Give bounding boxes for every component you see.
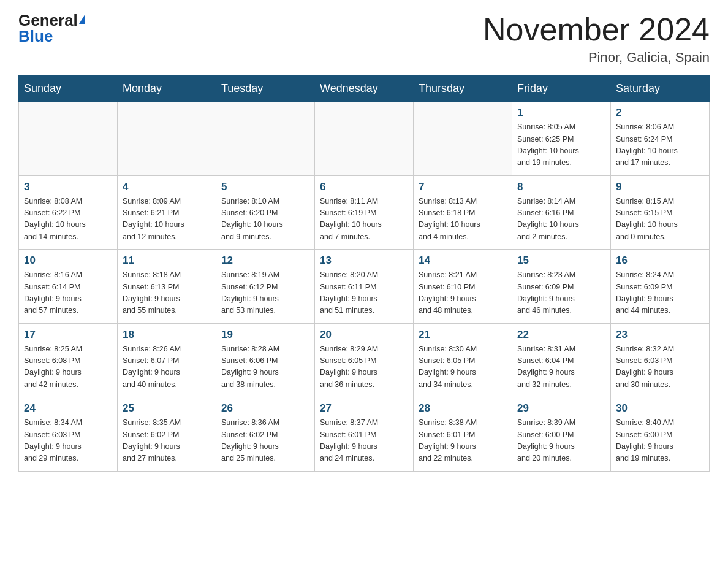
day-number: 1: [517, 107, 605, 119]
logo-triangle-icon: [79, 14, 85, 24]
day-number: 26: [221, 402, 309, 415]
calendar-cell: 17Sunrise: 8:25 AM Sunset: 6:08 PM Dayli…: [19, 323, 118, 397]
day-number: 19: [221, 329, 309, 341]
calendar-cell: 5Sunrise: 8:10 AM Sunset: 6:20 PM Daylig…: [216, 175, 315, 250]
calendar-cell: 30Sunrise: 8:40 AM Sunset: 6:00 PM Dayli…: [611, 397, 710, 472]
weekday-header-thursday: Thursday: [414, 76, 512, 102]
day-info: Sunrise: 8:28 AM Sunset: 6:06 PM Dayligh…: [221, 343, 309, 391]
calendar-cell: 22Sunrise: 8:31 AM Sunset: 6:04 PM Dayli…: [512, 323, 611, 397]
day-info: Sunrise: 8:19 AM Sunset: 6:12 PM Dayligh…: [221, 269, 309, 317]
calendar-cell: 4Sunrise: 8:09 AM Sunset: 6:21 PM Daylig…: [118, 175, 216, 250]
calendar-title: November 2024: [483, 12, 710, 47]
calendar-cell: [118, 102, 216, 176]
calendar-cell: 2Sunrise: 8:06 AM Sunset: 6:24 PM Daylig…: [611, 102, 710, 176]
calendar-cell: 14Sunrise: 8:21 AM Sunset: 6:10 PM Dayli…: [414, 250, 512, 324]
day-info: Sunrise: 8:06 AM Sunset: 6:24 PM Dayligh…: [616, 121, 704, 169]
calendar-cell: 1Sunrise: 8:05 AM Sunset: 6:25 PM Daylig…: [512, 102, 611, 176]
day-number: 8: [517, 181, 605, 193]
day-info: Sunrise: 8:32 AM Sunset: 6:03 PM Dayligh…: [616, 343, 704, 391]
day-number: 18: [123, 329, 211, 341]
day-number: 7: [419, 181, 507, 193]
day-number: 25: [123, 402, 211, 415]
day-info: Sunrise: 8:35 AM Sunset: 6:02 PM Dayligh…: [123, 417, 211, 465]
calendar-cell: 20Sunrise: 8:29 AM Sunset: 6:05 PM Dayli…: [315, 323, 414, 397]
day-number: 14: [419, 255, 507, 267]
calendar-cell: 19Sunrise: 8:28 AM Sunset: 6:06 PM Dayli…: [216, 323, 315, 397]
calendar-cell: 24Sunrise: 8:34 AM Sunset: 6:03 PM Dayli…: [19, 397, 118, 472]
day-info: Sunrise: 8:09 AM Sunset: 6:21 PM Dayligh…: [123, 196, 211, 243]
calendar-cell: 12Sunrise: 8:19 AM Sunset: 6:12 PM Dayli…: [216, 250, 315, 324]
day-info: Sunrise: 8:23 AM Sunset: 6:09 PM Dayligh…: [517, 269, 605, 317]
day-info: Sunrise: 8:13 AM Sunset: 6:18 PM Dayligh…: [419, 196, 507, 243]
calendar-cell: 6Sunrise: 8:11 AM Sunset: 6:19 PM Daylig…: [315, 175, 414, 250]
day-number: 28: [419, 402, 507, 415]
day-number: 17: [24, 329, 112, 341]
weekday-header-tuesday: Tuesday: [216, 76, 315, 102]
day-info: Sunrise: 8:39 AM Sunset: 6:00 PM Dayligh…: [517, 417, 605, 465]
day-info: Sunrise: 8:40 AM Sunset: 6:00 PM Dayligh…: [616, 417, 704, 465]
calendar-cell: 25Sunrise: 8:35 AM Sunset: 6:02 PM Dayli…: [118, 397, 216, 472]
weekday-header-sunday: Sunday: [19, 76, 118, 102]
day-number: 15: [517, 255, 605, 267]
day-info: Sunrise: 8:14 AM Sunset: 6:16 PM Dayligh…: [517, 196, 605, 243]
calendar-cell: [216, 102, 315, 176]
day-info: Sunrise: 8:20 AM Sunset: 6:11 PM Dayligh…: [320, 269, 408, 317]
day-number: 30: [616, 402, 704, 415]
day-info: Sunrise: 8:37 AM Sunset: 6:01 PM Dayligh…: [320, 417, 408, 465]
calendar-cell: 18Sunrise: 8:26 AM Sunset: 6:07 PM Dayli…: [118, 323, 216, 397]
day-info: Sunrise: 8:30 AM Sunset: 6:05 PM Dayligh…: [419, 343, 507, 391]
calendar-cell: 9Sunrise: 8:15 AM Sunset: 6:15 PM Daylig…: [611, 175, 710, 250]
calendar-cell: 26Sunrise: 8:36 AM Sunset: 6:02 PM Dayli…: [216, 397, 315, 472]
day-info: Sunrise: 8:24 AM Sunset: 6:09 PM Dayligh…: [616, 269, 704, 317]
day-info: Sunrise: 8:05 AM Sunset: 6:25 PM Dayligh…: [517, 121, 605, 169]
calendar-cell: 27Sunrise: 8:37 AM Sunset: 6:01 PM Dayli…: [315, 397, 414, 472]
day-info: Sunrise: 8:29 AM Sunset: 6:05 PM Dayligh…: [320, 343, 408, 391]
calendar-cell: 10Sunrise: 8:16 AM Sunset: 6:14 PM Dayli…: [19, 250, 118, 324]
page-header: General Blue November 2024 Pinor, Galici…: [18, 12, 710, 66]
day-number: 22: [517, 329, 605, 341]
calendar-cell: 3Sunrise: 8:08 AM Sunset: 6:22 PM Daylig…: [19, 175, 118, 250]
calendar-cell: 8Sunrise: 8:14 AM Sunset: 6:16 PM Daylig…: [512, 175, 611, 250]
calendar-cell: 16Sunrise: 8:24 AM Sunset: 6:09 PM Dayli…: [611, 250, 710, 324]
day-number: 16: [616, 255, 704, 267]
calendar-cell: 15Sunrise: 8:23 AM Sunset: 6:09 PM Dayli…: [512, 250, 611, 324]
calendar-cell: [19, 102, 118, 176]
day-number: 2: [616, 107, 704, 119]
day-number: 27: [320, 402, 408, 415]
logo: General Blue: [18, 12, 85, 44]
day-number: 21: [419, 329, 507, 341]
day-info: Sunrise: 8:10 AM Sunset: 6:20 PM Dayligh…: [221, 196, 309, 243]
day-number: 13: [320, 255, 408, 267]
day-number: 24: [24, 402, 112, 415]
day-info: Sunrise: 8:21 AM Sunset: 6:10 PM Dayligh…: [419, 269, 507, 317]
day-number: 4: [123, 181, 211, 193]
weekday-header-monday: Monday: [118, 76, 216, 102]
day-number: 23: [616, 329, 704, 341]
calendar-cell: 7Sunrise: 8:13 AM Sunset: 6:18 PM Daylig…: [414, 175, 512, 250]
day-number: 29: [517, 402, 605, 415]
day-info: Sunrise: 8:15 AM Sunset: 6:15 PM Dayligh…: [616, 196, 704, 243]
day-info: Sunrise: 8:36 AM Sunset: 6:02 PM Dayligh…: [221, 417, 309, 465]
day-info: Sunrise: 8:26 AM Sunset: 6:07 PM Dayligh…: [123, 343, 211, 391]
logo-general-text: General: [18, 12, 78, 28]
calendar-cell: 21Sunrise: 8:30 AM Sunset: 6:05 PM Dayli…: [414, 323, 512, 397]
calendar-cell: [414, 102, 512, 176]
day-info: Sunrise: 8:38 AM Sunset: 6:01 PM Dayligh…: [419, 417, 507, 465]
calendar-subtitle: Pinor, Galicia, Spain: [483, 50, 710, 66]
day-info: Sunrise: 8:25 AM Sunset: 6:08 PM Dayligh…: [24, 343, 112, 391]
day-info: Sunrise: 8:16 AM Sunset: 6:14 PM Dayligh…: [24, 269, 112, 317]
calendar-cell: 11Sunrise: 8:18 AM Sunset: 6:13 PM Dayli…: [118, 250, 216, 324]
day-info: Sunrise: 8:08 AM Sunset: 6:22 PM Dayligh…: [24, 196, 112, 243]
day-number: 6: [320, 181, 408, 193]
day-number: 20: [320, 329, 408, 341]
title-block: November 2024 Pinor, Galicia, Spain: [483, 12, 710, 66]
day-number: 5: [221, 181, 309, 193]
calendar-cell: 13Sunrise: 8:20 AM Sunset: 6:11 PM Dayli…: [315, 250, 414, 324]
weekday-header-saturday: Saturday: [611, 76, 710, 102]
day-number: 3: [24, 181, 112, 193]
calendar-cell: 23Sunrise: 8:32 AM Sunset: 6:03 PM Dayli…: [611, 323, 710, 397]
day-number: 9: [616, 181, 704, 193]
day-number: 10: [24, 255, 112, 267]
day-info: Sunrise: 8:18 AM Sunset: 6:13 PM Dayligh…: [123, 269, 211, 317]
calendar-cell: 29Sunrise: 8:39 AM Sunset: 6:00 PM Dayli…: [512, 397, 611, 472]
